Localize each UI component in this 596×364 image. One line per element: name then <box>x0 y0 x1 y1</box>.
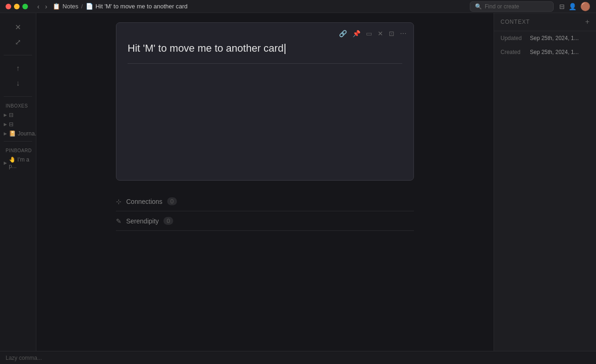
context-header: CONTEXT + <box>494 13 596 31</box>
inboxes-section-label: INBOXES <box>0 100 36 110</box>
titlebar-right: 🔍 Find or create ⊟ 👤 🟤 <box>470 1 590 12</box>
titlebar: ‹ › 📋 Notes / 📄 Hit 'M' to move me to an… <box>0 0 596 13</box>
content-area: 🔗 📌 ▭ ✕ ⊡ ⋯ Hit 'M' to move me to anothe… <box>36 13 494 351</box>
sidebar-item-inbox2[interactable]: ▶ ⊟ <box>0 120 36 129</box>
card-expand-button[interactable]: ⊡ <box>387 28 396 39</box>
bottom-bar: Lazy comma... <box>0 351 596 364</box>
inbox-icon: ⊟ <box>9 112 14 118</box>
app-body: ✕ ⤢ ↑ ↓ INBOXES ▶ ⊟ ▶ ⊟ ▶ 📔 Journa... PI… <box>0 13 596 351</box>
note-separator <box>128 63 402 64</box>
connections-label: Connections <box>126 198 163 205</box>
notes-label: Notes <box>62 3 78 10</box>
close-button[interactable] <box>6 4 11 9</box>
titlebar-navigation: ‹ › <box>35 2 49 11</box>
chevron-icon: ▶ <box>4 113 7 117</box>
context-updated-row: Updated Sep 25th, 2024, 1... <box>494 31 596 45</box>
sidebar-divider-3 <box>4 141 32 142</box>
chevron-icon: ▶ <box>4 161 7 165</box>
card-toolbar: 🔗 📌 ▭ ✕ ⊡ ⋯ <box>338 28 408 39</box>
breadcrumb-separator: / <box>81 3 83 10</box>
notes-icon: 📋 <box>53 3 60 10</box>
card-link-button[interactable]: 🔗 <box>338 28 348 39</box>
pinboard-label: 🤚 I'm a p... <box>9 156 32 169</box>
sidebar-controls: ✕ ⤢ <box>0 17 36 52</box>
pinboard-section-label: PINBOARD <box>0 144 36 155</box>
context-add-button[interactable]: + <box>585 18 589 26</box>
connections-icon: ⊹ <box>116 198 122 205</box>
sidebar: ✕ ⤢ ↑ ↓ INBOXES ▶ ⊟ ▶ ⊟ ▶ 📔 Journa... PI… <box>0 13 36 351</box>
note-title-text: Hit 'M' to move me to another card <box>128 42 284 54</box>
close-panel-button[interactable]: ✕ <box>12 20 25 34</box>
minimize-button[interactable] <box>14 4 20 9</box>
sidebar-item-journal[interactable]: ▶ 📔 Journa... <box>0 129 36 138</box>
right-panel: CONTEXT + Updated Sep 25th, 2024, 1... C… <box>494 13 596 351</box>
main-content: 🔗 📌 ▭ ✕ ⊡ ⋯ Hit 'M' to move me to anothe… <box>36 13 494 351</box>
chevron-icon: ▶ <box>4 122 7 127</box>
inbox-icon-2: ⊟ <box>9 121 14 128</box>
chevron-icon: ▶ <box>4 131 7 136</box>
inbox-icon[interactable]: ⊟ <box>559 3 565 10</box>
lazy-command-text: Lazy comma... <box>6 355 42 361</box>
navigate-up-button[interactable]: ↑ <box>12 62 25 75</box>
card-close-button[interactable]: ✕ <box>376 28 385 39</box>
text-cursor <box>284 44 285 54</box>
card-more-button[interactable]: ⋯ <box>399 28 408 39</box>
titlebar-icons: ⊟ 👤 🟤 <box>559 1 590 12</box>
maximize-button[interactable] <box>22 4 28 9</box>
current-page-icon: 📄 <box>86 3 93 10</box>
serendipity-section[interactable]: ✎ Serendipity 0 <box>116 211 414 231</box>
note-card: 🔗 📌 ▭ ✕ ⊡ ⋯ Hit 'M' to move me to anothe… <box>116 22 414 181</box>
serendipity-label: Serendipity <box>126 217 159 225</box>
users-icon[interactable]: 👤 <box>569 3 576 10</box>
breadcrumb-notes-item[interactable]: 📋 Notes <box>53 3 78 10</box>
note-title[interactable]: Hit 'M' to move me to another card <box>128 41 402 56</box>
updated-label: Updated <box>501 35 526 41</box>
serendipity-count: 0 <box>163 217 173 225</box>
search-placeholder: Find or create <box>485 3 519 10</box>
sidebar-divider-2 <box>4 96 32 97</box>
breadcrumb: 📋 Notes / 📄 Hit 'M' to move me to anothe… <box>53 3 187 10</box>
sidebar-item-inbox1[interactable]: ▶ ⊟ <box>0 110 36 120</box>
search-icon: 🔍 <box>475 3 482 10</box>
card-view-button[interactable]: ▭ <box>365 28 373 39</box>
connections-count: 0 <box>167 197 177 205</box>
expand-panel-button[interactable]: ⤢ <box>12 35 25 48</box>
breadcrumb-current-page: 📄 Hit 'M' to move me to another card <box>86 3 188 10</box>
connections-section[interactable]: ⊹ Connections 0 <box>116 192 414 211</box>
traffic-lights <box>6 4 28 9</box>
updated-value: Sep 25th, 2024, 1... <box>530 35 589 41</box>
created-label: Created <box>501 49 526 55</box>
nav-back-button[interactable]: ‹ <box>35 2 41 11</box>
current-page-title: Hit 'M' to move me to another card <box>95 3 188 10</box>
card-pin-button[interactable]: 📌 <box>351 28 362 39</box>
nav-forward-button[interactable]: › <box>43 2 49 11</box>
journal-icon: 📔 <box>9 130 16 137</box>
created-value: Sep 25th, 2024, 1... <box>530 49 589 55</box>
serendipity-icon: ✎ <box>116 217 122 225</box>
context-created-row: Created Sep 25th, 2024, 1... <box>494 45 596 59</box>
sidebar-divider-1 <box>4 55 32 55</box>
sidebar-nav-controls: ↑ ↓ <box>0 58 36 94</box>
navigate-down-button[interactable]: ↓ <box>12 77 25 90</box>
search-bar[interactable]: 🔍 Find or create <box>470 1 554 12</box>
context-title: CONTEXT <box>501 19 530 25</box>
sidebar-item-pinboard[interactable]: ▶ 🤚 I'm a p... <box>0 155 36 171</box>
avatar-icon[interactable]: 🟤 <box>580 1 590 12</box>
